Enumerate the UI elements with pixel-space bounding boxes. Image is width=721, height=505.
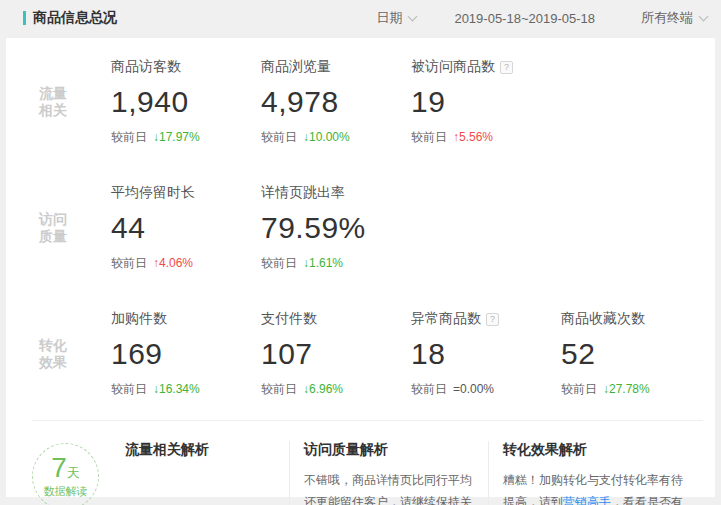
badge-caption: 数据解读 bbox=[44, 484, 88, 499]
badge-unit: 天 bbox=[67, 465, 80, 480]
compare-label: 较前日 bbox=[111, 382, 147, 396]
change-down-indicator: ↓1.61% bbox=[303, 256, 343, 270]
help-icon[interactable]: ? bbox=[486, 313, 499, 326]
metric-label: 被访问商品数 bbox=[411, 58, 495, 74]
metric-value: 169 bbox=[111, 337, 261, 371]
badge-top: 7天 bbox=[51, 454, 80, 482]
insight-column: 流量相关解析 bbox=[111, 441, 289, 505]
chevron-down-icon bbox=[408, 12, 418, 22]
metric-card: 被访问商品数?19较前日↑5.56% bbox=[411, 58, 561, 146]
metric-compare: 较前日↑4.06% bbox=[111, 255, 261, 272]
insight-column: 转化效果解析糟糕！加购转化与支付转化率有待提高，请到营销高手，看看是否有合适的手… bbox=[489, 441, 703, 505]
insight-column: 访问质量解析不错哦，商品详情页比同行平均还更能留住客户，请继续保持关注。 bbox=[290, 441, 488, 505]
terminal-dropdown[interactable]: 所有终端 bbox=[641, 9, 707, 27]
metric-label-row: 商品浏览量 bbox=[261, 58, 411, 76]
page: 商品信息总况 日期 2019-05-18~2019-05-18 所有终端 流量相… bbox=[0, 0, 721, 497]
topbar: 商品信息总况 日期 2019-05-18~2019-05-18 所有终端 bbox=[0, 0, 721, 36]
metric-card: 异常商品数?18较前日=0.00% bbox=[411, 310, 561, 398]
category-label: 访问质量 bbox=[39, 211, 71, 245]
insight-columns: 流量相关解析访问质量解析不错哦，商品详情页比同行平均还更能留住客户，请继续保持关… bbox=[111, 441, 703, 505]
change-down-indicator: ↓10.00% bbox=[303, 130, 350, 144]
metric-group: 平均停留时长44较前日↑4.06%详情页跳出率79.59%较前日↓1.61% bbox=[111, 184, 411, 272]
compare-label: 较前日 bbox=[261, 130, 297, 144]
change-flat-indicator: =0.00% bbox=[453, 382, 494, 396]
badge-number: 7 bbox=[51, 452, 67, 483]
compare-label: 较前日 bbox=[411, 130, 447, 144]
change-down-indicator: ↓6.96% bbox=[303, 382, 343, 396]
metric-label-row: 商品收藏次数 bbox=[561, 310, 711, 328]
date-type-dropdown[interactable]: 日期 bbox=[376, 9, 416, 27]
metric-value: 4,978 bbox=[261, 85, 411, 119]
metric-label-row: 加购件数 bbox=[111, 310, 261, 328]
metric-value: 107 bbox=[261, 337, 411, 371]
metric-value: 1,940 bbox=[111, 85, 261, 119]
help-icon[interactable]: ? bbox=[500, 61, 513, 74]
metric-label-row: 商品访客数 bbox=[111, 58, 261, 76]
metric-value: 18 bbox=[411, 337, 561, 371]
category-label: 流量相关 bbox=[39, 85, 71, 119]
metric-label: 商品收藏次数 bbox=[561, 310, 645, 326]
compare-label: 较前日 bbox=[561, 382, 597, 396]
metric-compare: 较前日↓1.61% bbox=[261, 255, 411, 272]
metric-label: 平均停留时长 bbox=[111, 184, 195, 200]
metric-label-row: 支付件数 bbox=[261, 310, 411, 328]
topbar-controls: 日期 2019-05-18~2019-05-18 所有终端 bbox=[376, 9, 707, 27]
change-down-indicator: ↓16.34% bbox=[153, 382, 200, 396]
insight-body: 不错哦，商品详情页比同行平均还更能留住客户，请继续保持关注。 bbox=[304, 469, 474, 505]
insights-section: 7天 数据解读 流量相关解析访问质量解析不错哦，商品详情页比同行平均还更能留住客… bbox=[6, 421, 715, 505]
metric-compare: 较前日↓6.96% bbox=[261, 381, 411, 398]
date-type-label: 日期 bbox=[376, 9, 402, 27]
metric-compare: 较前日↑5.56% bbox=[411, 129, 561, 146]
metric-card: 商品浏览量4,978较前日↓10.00% bbox=[261, 58, 411, 146]
metric-label-row: 详情页跳出率 bbox=[261, 184, 411, 202]
page-title: 商品信息总况 bbox=[33, 9, 117, 27]
metric-compare: 较前日↓27.78% bbox=[561, 381, 711, 398]
metric-card: 商品访客数1,940较前日↓17.97% bbox=[111, 58, 261, 146]
metric-label: 商品访客数 bbox=[111, 58, 181, 74]
insight-heading: 流量相关解析 bbox=[125, 441, 275, 459]
metric-compare: 较前日=0.00% bbox=[411, 381, 561, 398]
metric-value: 44 bbox=[111, 211, 261, 245]
compare-label: 较前日 bbox=[261, 382, 297, 396]
compare-label: 较前日 bbox=[411, 382, 447, 396]
metrics-rows: 流量相关商品访客数1,940较前日↓17.97%商品浏览量4,978较前日↓10… bbox=[6, 42, 715, 414]
metric-card: 支付件数107较前日↓6.96% bbox=[261, 310, 411, 398]
metric-label: 加购件数 bbox=[111, 310, 167, 326]
insight-heading: 访问质量解析 bbox=[304, 441, 474, 459]
insight-body: 糟糕！加购转化与支付转化率有待提高，请到营销高手，看看是否有合适的手段来促进转化… bbox=[503, 469, 689, 505]
metric-row: 流量相关商品访客数1,940较前日↓17.97%商品浏览量4,978较前日↓10… bbox=[6, 42, 715, 162]
metric-value: 79.59% bbox=[261, 211, 411, 245]
metric-label: 支付件数 bbox=[261, 310, 317, 326]
metric-label-row: 平均停留时长 bbox=[111, 184, 261, 202]
metric-compare: 较前日↓16.34% bbox=[111, 381, 261, 398]
metric-card: 平均停留时长44较前日↑4.06% bbox=[111, 184, 261, 272]
date-range-display[interactable]: 2019-05-18~2019-05-18 bbox=[454, 11, 595, 26]
metric-value: 52 bbox=[561, 337, 711, 371]
metric-group: 加购件数169较前日↓16.34%支付件数107较前日↓6.96%异常商品数?1… bbox=[111, 310, 711, 398]
page-title-wrap: 商品信息总况 bbox=[23, 9, 117, 27]
metric-label: 详情页跳出率 bbox=[261, 184, 345, 200]
compare-label: 较前日 bbox=[261, 256, 297, 270]
metric-label-row: 被访问商品数? bbox=[411, 58, 561, 76]
seven-day-badge: 7天 数据解读 bbox=[32, 443, 99, 505]
metric-label: 异常商品数 bbox=[411, 310, 481, 326]
terminal-label: 所有终端 bbox=[641, 9, 693, 27]
category-label: 转化效果 bbox=[39, 337, 71, 371]
metric-card: 商品收藏次数52较前日↓27.78% bbox=[561, 310, 711, 398]
change-down-indicator: ↓27.78% bbox=[603, 382, 650, 396]
insight-heading: 转化效果解析 bbox=[503, 441, 689, 459]
title-accent-bar bbox=[23, 11, 26, 25]
metric-card: 详情页跳出率79.59%较前日↓1.61% bbox=[261, 184, 411, 272]
metric-label: 商品浏览量 bbox=[261, 58, 331, 74]
change-up-indicator: ↑4.06% bbox=[153, 256, 193, 270]
insight-link[interactable]: 营销高手 bbox=[563, 495, 611, 505]
change-down-indicator: ↓17.97% bbox=[153, 130, 200, 144]
metric-group: 商品访客数1,940较前日↓17.97%商品浏览量4,978较前日↓10.00%… bbox=[111, 58, 561, 146]
metric-compare: 较前日↓10.00% bbox=[261, 129, 411, 146]
content-card: 流量相关商品访客数1,940较前日↓17.97%商品浏览量4,978较前日↓10… bbox=[6, 38, 715, 497]
compare-label: 较前日 bbox=[111, 130, 147, 144]
metric-label-row: 异常商品数? bbox=[411, 310, 561, 328]
change-up-indicator: ↑5.56% bbox=[453, 130, 493, 144]
metric-value: 19 bbox=[411, 85, 561, 119]
metric-row: 访问质量平均停留时长44较前日↑4.06%详情页跳出率79.59%较前日↓1.6… bbox=[6, 168, 715, 288]
